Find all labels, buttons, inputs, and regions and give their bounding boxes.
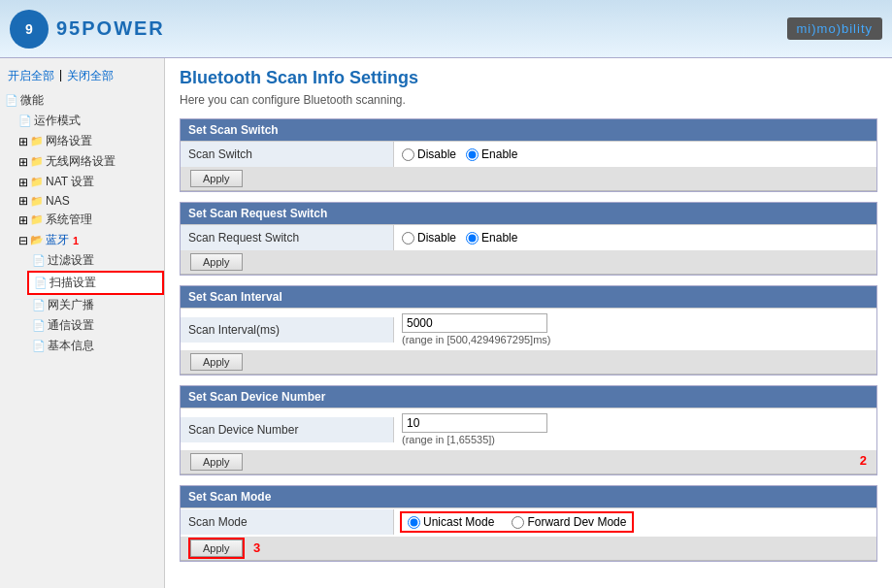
scan-device-apply-row: Apply 2 [181, 450, 876, 474]
scan-mode-header: Set Scan Mode [181, 486, 876, 507]
doc-icon5: 📄 [32, 319, 46, 332]
scan-interval-row: Scan Interval(ms) (range in [500,4294967… [181, 308, 876, 350]
scan-switch-label: Scan Switch [181, 142, 394, 167]
scan-switch-value: Disable Enable [394, 143, 876, 166]
close-all-link[interactable]: 关闭全部 [67, 68, 114, 84]
tree-root: 📄 微能 📄 运作模式 ⊞ 📁 网络设置 ⊞ 📁 无线网络设置 [0, 89, 164, 357]
sidebar-item-filter[interactable]: 📄 过滤设置 [27, 250, 164, 271]
scan-switch-section: Set Scan Switch Scan Switch Disable Enab… [180, 118, 877, 192]
brand-text: mi)mo)bility [797, 21, 873, 36]
folder-icon3: 📁 [30, 176, 44, 188]
doc-icon3: 📄 [34, 277, 48, 289]
scan-device-number-input[interactable] [402, 413, 547, 433]
scan-switch-apply-button[interactable]: Apply [190, 170, 243, 187]
unicast-mode-label[interactable]: Unicast Mode [408, 515, 494, 529]
badge-3: 3 [253, 540, 260, 555]
scan-label: 扫描设置 [50, 275, 96, 291]
scan-request-enable-label[interactable]: Enable [466, 231, 517, 245]
operate-label: 运作模式 [34, 113, 81, 129]
scan-device-number-row: Scan Device Number (range in [1,65535]) [181, 408, 876, 450]
sidebar-item-scan[interactable]: 📄 扫描设置 [27, 271, 164, 295]
sidebar-item-network[interactable]: ⊞ 📁 网络设置 [14, 131, 164, 151]
scan-request-switch-section: Set Scan Request Switch Scan Request Swi… [180, 202, 877, 276]
scan-request-disable-radio[interactable] [402, 232, 414, 245]
scan-switch-header: Set Scan Switch [181, 119, 876, 141]
comm-label: 通信设置 [48, 317, 94, 334]
doc-icon: 📄 [18, 114, 32, 127]
main-content: Bluetooth Scan Info Settings Here you ca… [165, 58, 892, 588]
sidebar-item-nat[interactable]: ⊞ 📁 NAT 设置 [14, 172, 164, 192]
scan-device-number-section: Set Scan Device Number Scan Device Numbe… [180, 385, 877, 475]
scan-device-number-hint: (range in [1,65535]) [402, 434, 869, 445]
logo: 9 95POWER [10, 10, 165, 49]
scan-request-switch-row: Scan Request Switch Disable Enable [181, 224, 876, 250]
sidebar-item-bluetooth[interactable]: ⊟ 📂 蓝牙 1 [14, 230, 164, 250]
scan-device-number-input-group: (range in [1,65535]) [402, 413, 869, 445]
sysadmin-label: 系统管理 [46, 212, 92, 228]
root-label: 微能 [20, 92, 44, 109]
folder-icon2: 📁 [30, 155, 44, 168]
scan-request-switch-label: Scan Request Switch [181, 225, 394, 250]
scan-switch-row: Scan Switch Disable Enable [181, 141, 876, 167]
badge-1: 1 [73, 235, 79, 246]
scan-interval-hint: (range in [500,4294967295]ms) [402, 334, 869, 345]
scan-interval-input-group: (range in [500,4294967295]ms) [402, 313, 869, 345]
scan-device-apply-button[interactable]: Apply [190, 453, 243, 471]
nas-label: NAS [46, 194, 70, 208]
filter-label: 过滤设置 [48, 252, 94, 269]
unicast-mode-radio[interactable] [408, 516, 420, 529]
badge-2: 2 [860, 453, 867, 468]
scan-mode-label: Scan Mode [181, 509, 394, 535]
scan-switch-radios: Disable Enable [402, 147, 869, 161]
sidebar-item-wireless[interactable]: ⊞ 📁 无线网络设置 [14, 151, 164, 172]
scan-request-apply-button[interactable]: Apply [190, 253, 243, 271]
scan-interval-apply-row: Apply [181, 350, 876, 375]
forward-dev-mode-label[interactable]: Forward Dev Mode [512, 515, 626, 529]
logo-text: 95POWER [56, 17, 165, 40]
scan-interval-input[interactable] [402, 313, 547, 333]
brand-badge: mi)mo)bility [787, 17, 882, 40]
scan-device-number-value: (range in [1,65535]) [394, 408, 876, 450]
doc-icon6: 📄 [32, 340, 46, 352]
sidebar-item-root[interactable]: 📄 微能 [0, 90, 164, 111]
scan-switch-disable-radio[interactable] [402, 148, 414, 161]
nat-label: NAT 设置 [46, 174, 94, 190]
scan-request-enable-radio[interactable] [466, 232, 479, 245]
scan-request-switch-header: Set Scan Request Switch [181, 203, 876, 224]
bluetooth-label: 蓝牙 [46, 232, 69, 248]
sidebar: 开启全部 | 关闭全部 📄 微能 📄 运作模式 ⊞ 📁 网络设置 [0, 58, 165, 588]
header: 9 95POWER mi)mo)bility [0, 0, 892, 58]
sidebar-item-nas[interactable]: ⊞ 📁 NAS [14, 192, 164, 210]
scan-request-disable-label[interactable]: Disable [402, 231, 456, 245]
folder-icon: 📁 [30, 135, 44, 147]
scan-device-number-label: Scan Device Number [181, 417, 394, 442]
scan-request-apply-row: Apply [181, 250, 876, 275]
scan-mode-section: Set Scan Mode Scan Mode Unicast Mode For… [180, 485, 877, 562]
scan-switch-disable-label[interactable]: Disable [402, 147, 456, 161]
scan-switch-enable-radio[interactable] [466, 148, 479, 161]
scan-interval-apply-button[interactable]: Apply [190, 353, 243, 371]
doc-icon4: 📄 [32, 299, 46, 311]
logo-icon: 9 [10, 10, 49, 49]
scan-interval-value: (range in [500,4294967295]ms) [394, 309, 876, 350]
folder-icon5: 📁 [30, 213, 44, 226]
scan-switch-enable-label[interactable]: Enable [466, 147, 517, 161]
sidebar-item-basicinfo[interactable]: 📄 基本信息 [27, 336, 164, 356]
root-icon: 📄 [5, 94, 18, 107]
scan-request-switch-value: Disable Enable [394, 226, 876, 249]
scan-mode-value: Unicast Mode Forward Dev Mode [394, 508, 876, 537]
gateway-label: 网关广播 [48, 297, 94, 313]
sidebar-item-operate[interactable]: 📄 运作模式 [14, 111, 164, 131]
layout: 开启全部 | 关闭全部 📄 微能 📄 运作模式 ⊞ 📁 网络设置 [0, 58, 892, 588]
sidebar-item-gateway[interactable]: 📄 网关广播 [27, 295, 164, 315]
basicinfo-label: 基本信息 [48, 338, 94, 354]
scan-mode-apply-button[interactable]: Apply [190, 539, 243, 557]
scan-interval-section: Set Scan Interval Scan Interval(ms) (ran… [180, 285, 877, 376]
open-all-link[interactable]: 开启全部 [8, 68, 54, 84]
sidebar-item-comm[interactable]: 📄 通信设置 [27, 315, 164, 336]
sidebar-item-sysadmin[interactable]: ⊞ 📁 系统管理 [14, 210, 164, 230]
sidebar-toggles: 开启全部 | 关闭全部 [0, 63, 164, 89]
forward-dev-mode-radio[interactable] [512, 516, 524, 529]
scan-interval-label: Scan Interval(ms) [181, 317, 394, 343]
scan-request-switch-radios: Disable Enable [402, 231, 869, 245]
